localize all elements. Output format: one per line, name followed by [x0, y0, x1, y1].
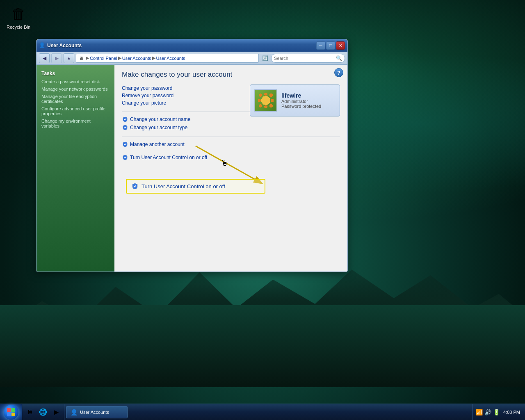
- page-title: Make changes to your user account: [122, 71, 340, 79]
- main-content: ? Make changes to your user account life…: [114, 65, 347, 272]
- taskbar-clock[interactable]: 4:08 PM: [502, 410, 522, 415]
- internet-explorer-quick[interactable]: 🌐: [37, 406, 49, 418]
- shield-svg-manage: [122, 142, 128, 147]
- search-icon[interactable]: 🔍: [336, 55, 342, 61]
- tray-network-icon[interactable]: 📶: [476, 409, 483, 415]
- close-button[interactable]: ✕: [336, 41, 345, 50]
- divider-2: [122, 137, 340, 137]
- window-body: Tasks Create a password reset disk Manag…: [37, 65, 347, 272]
- breadcrumb-user-accounts-2[interactable]: User Accounts: [156, 56, 185, 61]
- shield-icon-uac-highlight: [132, 183, 138, 189]
- user-accounts-taskbar-icon: 👤: [71, 409, 78, 415]
- back-button[interactable]: ◀: [39, 53, 50, 63]
- breadcrumb-icon: 🖥: [79, 56, 83, 61]
- action-group-4: Turn User Account Control on or off: [122, 153, 340, 162]
- forward-button[interactable]: ▶: [51, 53, 62, 63]
- breadcrumb-user-accounts-1[interactable]: User Accounts: [122, 56, 151, 61]
- action-change-account-name[interactable]: Change your account name: [122, 115, 250, 123]
- user-info: lifewire Administrator Password protecte…: [281, 92, 336, 109]
- action-manage-another[interactable]: Manage another account: [122, 140, 340, 148]
- help-button[interactable]: ?: [334, 68, 343, 77]
- svg-rect-4: [7, 413, 11, 416]
- user-accounts-window: 👤 User Accounts ─ □ ✕ ◀ ▶ ▲ 🖥 ▶ Control …: [36, 39, 348, 272]
- user-status: Password protected: [281, 104, 336, 109]
- sidebar-link-file-encryption[interactable]: Manage your file encryption certificates: [37, 93, 114, 105]
- quick-launch-bar: 🖥 🌐 ▶: [22, 404, 64, 420]
- title-bar-buttons: ─ □ ✕: [316, 41, 345, 50]
- svg-rect-2: [7, 408, 11, 412]
- tray-battery-icon[interactable]: 🔋: [493, 409, 500, 415]
- start-button[interactable]: [0, 404, 22, 420]
- user-avatar-image: [255, 90, 276, 111]
- window-icon: 👤: [39, 42, 46, 49]
- window-title: User Accounts: [47, 43, 315, 48]
- shield-icon-uac-small: [122, 154, 128, 161]
- annotation-container: Turn User Account Control on or off: [122, 167, 340, 199]
- action-change-account-type[interactable]: Change your account type: [122, 123, 340, 132]
- search-box: 🔍: [271, 54, 345, 63]
- user-name: lifewire: [281, 92, 336, 99]
- shield-icon-manage: [122, 141, 128, 148]
- user-accounts-taskbar-label: User Accounts: [80, 410, 109, 415]
- action-change-picture[interactable]: Change your picture: [122, 99, 250, 107]
- sidebar: Tasks Create a password reset disk Manag…: [37, 65, 114, 272]
- change-picture-label: Change your picture: [122, 100, 166, 106]
- action-group-2: Change your account name Change your acc…: [122, 115, 340, 132]
- address-path[interactable]: 🖥 ▶ Control Panel ▶ User Accounts ▶ User…: [76, 54, 259, 63]
- sidebar-tasks-label: Tasks: [37, 69, 114, 78]
- tray-volume-icon[interactable]: 🔊: [484, 409, 491, 415]
- taskbar-tray: 📶 🔊 🔋 4:08 PM: [472, 404, 525, 420]
- action-remove-password[interactable]: Remove your password: [122, 92, 250, 99]
- title-bar: 👤 User Accounts ─ □ ✕: [37, 39, 347, 52]
- sidebar-link-advanced-profile[interactable]: Configure advanced user profile properti…: [37, 105, 114, 117]
- svg-rect-3: [11, 408, 15, 412]
- shield-svg-uac-highlight: [132, 183, 138, 190]
- minimize-button[interactable]: ─: [316, 41, 325, 50]
- address-bar: ◀ ▶ ▲ 🖥 ▶ Control Panel ▶ User Accounts …: [37, 52, 347, 65]
- show-desktop-button[interactable]: 🖥: [24, 406, 36, 418]
- maximize-button[interactable]: □: [326, 41, 335, 50]
- recycle-bin-graphic: 🗑: [9, 4, 28, 24]
- refresh-button[interactable]: 🔄: [260, 54, 269, 63]
- user-card: lifewire Administrator Password protecte…: [250, 84, 340, 116]
- windows-logo-icon: [7, 408, 16, 417]
- action-group-3: Manage another account: [122, 140, 340, 148]
- shield-svg-uac-small: [122, 155, 128, 160]
- manage-another-label: Manage another account: [130, 142, 185, 147]
- water-reflection: [0, 305, 525, 387]
- highlight-box-uac-link[interactable]: Turn User Account Control on or off: [142, 183, 225, 189]
- action-change-password[interactable]: Change your password: [122, 84, 250, 92]
- highlight-box: Turn User Account Control on or off: [126, 179, 265, 194]
- media-player-quick[interactable]: ▶: [50, 406, 62, 418]
- change-password-label: Change your password: [122, 85, 172, 91]
- up-button[interactable]: ▲: [64, 53, 74, 63]
- user-accounts-taskbar-btn[interactable]: 👤 User Accounts: [66, 406, 128, 418]
- user-role: Administrator: [281, 99, 336, 104]
- shield-svg-type: [122, 125, 128, 130]
- start-orb: [4, 405, 18, 420]
- sidebar-link-environment[interactable]: Change my environment variables: [37, 117, 114, 130]
- breadcrumb: 🖥 ▶ Control Panel ▶ User Accounts ▶ User…: [79, 55, 185, 61]
- uac-small-label: Turn User Account Control on or off: [130, 155, 207, 160]
- taskbar: 🖥 🌐 ▶ 👤 User Accounts 📶 🔊 🔋 4:08 PM: [0, 404, 525, 420]
- shield-icon-type: [122, 124, 128, 131]
- action-uac-small[interactable]: Turn User Account Control on or off: [122, 153, 340, 162]
- shield-icon-name: [122, 116, 128, 123]
- svg-rect-5: [11, 413, 15, 416]
- shield-svg-name: [122, 116, 128, 122]
- recycle-bin-label: Recycle Bin: [7, 25, 30, 30]
- user-avatar: [254, 89, 277, 112]
- sidebar-link-network-passwords[interactable]: Manage your network passwords: [37, 85, 114, 93]
- sidebar-link-password-reset[interactable]: Create a password reset disk: [37, 78, 114, 85]
- desktop: 🗑 Recycle Bin 👤 User Accounts ─ □ ✕ ◀ ▶ …: [0, 0, 525, 420]
- remove-password-label: Remove your password: [122, 93, 173, 98]
- recycle-bin-icon[interactable]: 🗑 Recycle Bin: [4, 4, 33, 30]
- search-input[interactable]: [274, 56, 334, 61]
- breadcrumb-control-panel[interactable]: Control Panel: [90, 56, 117, 61]
- svg-line-0: [196, 146, 261, 183]
- change-account-name-label: Change your account name: [130, 116, 190, 122]
- change-account-type-label: Change your account type: [130, 125, 187, 130]
- taskbar-programs: 👤 User Accounts: [64, 406, 472, 418]
